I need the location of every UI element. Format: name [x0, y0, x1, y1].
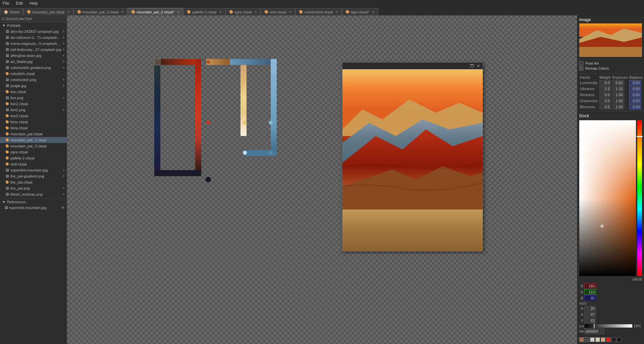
remap-balance-cell[interactable]: [629, 104, 643, 110]
menu-edit[interactable]: Edit: [14, 1, 24, 6]
tab-close-btn[interactable]: ✕: [254, 10, 257, 14]
tab-close-btn[interactable]: ✕: [67, 10, 70, 14]
ref-visibility-icon[interactable]: 👁: [61, 206, 65, 210]
swatch-0[interactable]: [579, 337, 584, 342]
sidebar-item[interactable]: 🎨lion.clrpal: [0, 89, 67, 95]
remap-weight-cell[interactable]: [599, 86, 612, 92]
sidebar-item[interactable]: 🎨coloolish.clrpal: [0, 71, 67, 77]
swatch-5[interactable]: [611, 337, 616, 342]
sidebar-item[interactable]: 🖼art_fiddler.jpg+: [0, 59, 67, 65]
swatch-4[interactable]: [606, 337, 611, 342]
palette-node[interactable]: [243, 121, 247, 125]
h-input[interactable]: [584, 306, 596, 311]
remap-exposure-input[interactable]: [612, 98, 624, 104]
sidebar-content[interactable]: ▼ Portraits 🖼alex-iby-343837-unsplash.jp…: [0, 22, 67, 344]
sidebar-item[interactable]: 🖼afterglow-dawn.jpg+: [0, 53, 67, 59]
remap-exposure-input[interactable]: [612, 92, 624, 97]
remap-colors-checkbox[interactable]: [579, 66, 583, 70]
hue-bar[interactable]: [637, 120, 642, 276]
sidebar-item[interactable]: 🖼ian-robinson-2...71-unsplash.jpg+: [0, 35, 67, 41]
sidebar-item[interactable]: 🖼the_pal.png+: [0, 185, 67, 191]
sidebar-item[interactable]: 🎨lion3.clrpal: [0, 113, 67, 119]
tab-close-btn[interactable]: ✕: [121, 10, 124, 14]
tab-close-btn[interactable]: ✕: [335, 10, 338, 14]
tab-home[interactable]: 🏠Home: [0, 8, 23, 15]
color-gradient[interactable]: [579, 120, 636, 276]
palette-node[interactable]: [206, 121, 210, 125]
add-button[interactable]: +: [62, 59, 65, 64]
float-window-titlebar[interactable]: 🗖 ✕: [342, 63, 483, 69]
remap-exposure-input[interactable]: [612, 86, 624, 91]
remap-exposure-input[interactable]: [612, 80, 624, 85]
sidebar-item[interactable]: 🎨lion2.clrpal: [0, 101, 67, 107]
add-button[interactable]: +: [62, 65, 65, 70]
tab-mountain-pal-3-clrpal[interactable]: 🎨mountain_pal_3.clrpal✕: [73, 8, 128, 15]
sidebar-item[interactable]: 🎨the_pal.clrpal: [0, 179, 67, 185]
remap-weight-cell[interactable]: [599, 92, 612, 98]
palette-corner[interactable]: [154, 59, 160, 65]
remap-weight-cell[interactable]: [599, 80, 612, 86]
add-button[interactable]: +: [62, 77, 65, 82]
sidebar-item[interactable]: 🖼tileset_testmap.png+: [0, 191, 67, 197]
sidebar-item[interactable]: 🎨pallete-2.clrpal: [0, 155, 67, 161]
sidebar-item[interactable]: 🖼lion2.png+: [0, 107, 67, 113]
add-button[interactable]: +: [62, 41, 65, 46]
add-button[interactable]: +: [62, 192, 65, 197]
remap-balance-input[interactable]: [629, 92, 641, 97]
s-input[interactable]: [584, 312, 596, 317]
add-button[interactable]: +: [62, 168, 65, 173]
sidebar-item[interactable]: 🖼alex-iby-343837-unsplash.jpg+: [0, 28, 67, 35]
remap-balance-cell[interactable]: [629, 86, 643, 92]
v-input[interactable]: [584, 318, 596, 323]
tab-tiger-clrpal-[interactable]: 🎨tiger.clrpal*✕: [342, 8, 378, 15]
sidebar-item[interactable]: 🎨liony.clrpal: [0, 125, 67, 131]
remap-balance-input[interactable]: [629, 86, 641, 91]
sidebar-item[interactable]: 🖼lion.png+: [0, 95, 67, 101]
palette-node[interactable]: [206, 177, 211, 182]
add-button[interactable]: +: [62, 83, 65, 88]
sidebar-item[interactable]: 🎨mountain_pal_3.clrpal: [0, 143, 67, 149]
sidebar-item[interactable]: 🎨mountain_pal_2.clrpal: [0, 137, 67, 143]
luminance-bar[interactable]: [585, 324, 632, 328]
sidebar-item[interactable]: 🖼colortoolish-gradient.png+: [0, 65, 67, 71]
remap-weight-input[interactable]: [599, 92, 611, 97]
swatch-3[interactable]: [601, 337, 605, 342]
palette-node[interactable]: [207, 60, 210, 64]
add-button[interactable]: +: [62, 108, 65, 112]
references-section-header[interactable]: ▼ References: [0, 199, 67, 205]
remap-balance-cell[interactable]: [629, 92, 643, 98]
sidebar-item[interactable]: 🎨mountain_pal.clrpal: [0, 131, 67, 137]
add-button[interactable]: +: [62, 29, 65, 34]
sidebar-item[interactable]: 🖼superidol-mountain.jpg+: [0, 167, 67, 173]
remap-exposure-cell[interactable]: [612, 80, 629, 86]
add-button[interactable]: +: [62, 53, 65, 58]
hex-input[interactable]: [584, 329, 604, 334]
add-button[interactable]: +: [62, 186, 65, 191]
add-button[interactable]: +: [62, 174, 65, 179]
float-window-maximize[interactable]: 🗖: [469, 64, 475, 68]
add-swatch-button[interactable]: +: [585, 337, 589, 342]
g-input[interactable]: [584, 289, 596, 295]
sidebar-item[interactable]: 🎨sinti.clrpal: [0, 161, 67, 167]
palette-node[interactable]: [269, 151, 273, 155]
sidebar-item[interactable]: 🖼colortoolish.png+: [0, 77, 67, 83]
remap-weight-cell[interactable]: [599, 98, 612, 104]
add-button[interactable]: +: [62, 47, 65, 52]
remap-balance-input[interactable]: [629, 80, 641, 85]
swatch-1[interactable]: [590, 337, 595, 342]
tab-mountain-pal-2-clrpal-[interactable]: 🎨mountain_pal_2.clrpal*✕: [127, 8, 183, 15]
tab-close-btn[interactable]: ✕: [289, 10, 291, 14]
tab-close-btn[interactable]: ✕: [177, 10, 179, 14]
remap-weight-input[interactable]: [599, 86, 611, 91]
sidebar-item[interactable]: 🖼mona-magnuss...0-unsplash.jpg+: [0, 41, 67, 47]
tab-pallete-2-clrpal[interactable]: 🎨pallete-2.clrpal✕: [183, 8, 225, 15]
canvas-area[interactable]: 🗖 ✕: [67, 15, 577, 344]
remap-weight-input[interactable]: [599, 104, 611, 110]
remap-balance-cell[interactable]: [629, 98, 643, 104]
float-window-close[interactable]: ✕: [476, 64, 481, 68]
palette-node[interactable]: [243, 151, 247, 155]
palette-node[interactable]: [269, 121, 273, 125]
tab-sinti-clrpal[interactable]: 🎨sinti.clrpal✕: [261, 8, 295, 15]
remap-weight-cell[interactable]: [599, 104, 612, 110]
r-input[interactable]: [584, 283, 596, 289]
